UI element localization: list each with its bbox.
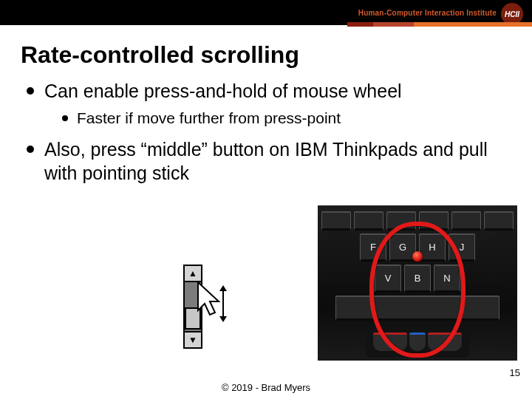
bullet-1: Can enable press-and-hold of mouse wheel…: [25, 79, 511, 132]
scrollbar-cursor-illustration-icon: ▲ ▼: [183, 265, 232, 346]
bullet-1-sub-1: Faster if move further from press-point: [61, 108, 511, 129]
brand-text: Human-Computer Interaction Institute: [358, 9, 497, 17]
bullet-list: Can enable press-and-hold of mouse wheel…: [21, 79, 511, 185]
svg-marker-1: [219, 285, 227, 291]
highlight-ellipse-icon: [369, 222, 466, 358]
bullet-2-text: Also, press “middle” button on IBM Think…: [44, 139, 488, 184]
slide-body: Rate-controlled scrolling Can enable pre…: [0, 25, 532, 185]
header-bar: Human-Computer Interaction Institute HCI…: [0, 0, 532, 25]
copyright: © 2019 - Brad Myers: [0, 382, 532, 393]
panning-cursor-icon: [197, 281, 229, 325]
bullet-1-text: Can enable press-and-hold of mouse wheel: [44, 81, 402, 101]
scroll-down-arrow-icon: ▼: [185, 331, 201, 347]
svg-marker-0: [198, 282, 219, 315]
brand: Human-Computer Interaction Institute HCI…: [358, 4, 523, 21]
bullet-1-sub-1-text: Faster if move further from press-point: [77, 109, 341, 126]
slide-title: Rate-controlled scrolling: [21, 41, 511, 69]
svg-marker-2: [219, 316, 227, 322]
slide-number: 15: [510, 367, 520, 378]
bullet-2: Also, press “middle” button on IBM Think…: [25, 137, 511, 185]
thinkpad-photo: F G H J V B N: [318, 205, 517, 361]
scroll-up-arrow-icon: ▲: [185, 266, 201, 282]
accent-stripe: [347, 22, 532, 27]
